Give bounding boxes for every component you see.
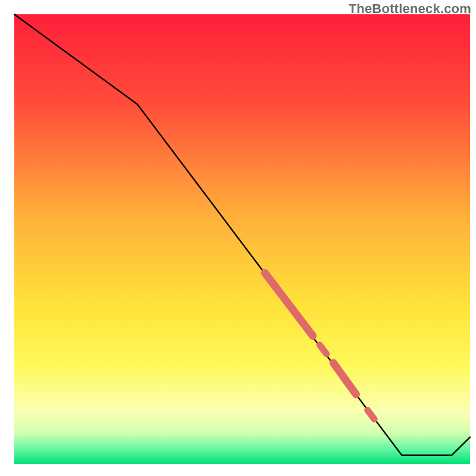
chart-stage: TheBottleneck.com (0, 0, 476, 476)
plot-background (14, 14, 470, 464)
bottleneck-chart (0, 0, 476, 476)
